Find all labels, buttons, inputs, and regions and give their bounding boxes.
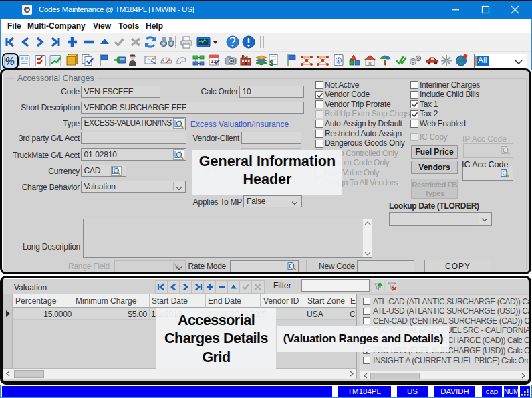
svg-text:i: i: [338, 58, 339, 64]
svg-text:$: $: [269, 59, 273, 67]
